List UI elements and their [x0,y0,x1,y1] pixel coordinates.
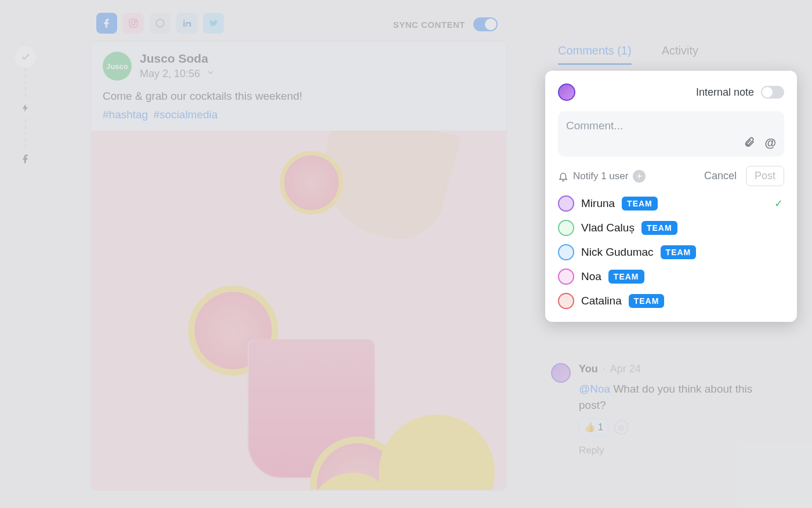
toggle-on-icon [473,17,498,31]
check-icon: ✓ [774,197,783,210]
team-badge: TEAM [608,270,644,284]
channel-twitter[interactable] [203,13,224,34]
post-image[interactable] [91,130,506,490]
post-preview-card: Jusco Jusco Soda May 2, 10:56 Come & gra… [90,41,507,491]
current-user-avatar [558,84,575,101]
sidebar-tabs: Comments (1) Activity [558,44,698,65]
tab-activity[interactable]: Activity [662,44,698,65]
hashtag: #socialmedia [153,108,217,121]
step-approve[interactable] [14,45,37,68]
facebook-icon [102,18,112,28]
comment-avatar [551,363,571,383]
user-name: Nick Gudumac [581,246,654,259]
instagram-icon [128,18,139,28]
notify-label: Notify 1 user [573,170,628,182]
reaction-count: 1 [598,422,603,433]
channel-linkedin[interactable] [176,13,197,34]
step-rail [13,45,38,170]
reply-button[interactable]: Reply [579,445,771,456]
post-button[interactable]: Post [746,166,784,186]
bolt-icon [21,103,30,113]
reaction-emoji: 👍 [584,422,596,433]
user-avatar [558,195,574,212]
step-connector [25,68,26,96]
post-date: May 2, 10:56 [140,68,200,80]
mention[interactable]: @Noa [579,383,610,395]
team-badge: TEAM [622,197,658,211]
team-badge: TEAM [661,245,697,259]
cancel-button[interactable]: Cancel [704,170,737,182]
svg-point-2 [135,20,136,21]
svg-point-3 [156,19,164,27]
channel-instagram[interactable] [123,13,144,34]
author-name: Jusco Soda [140,52,215,66]
chevron-down-icon [206,68,215,80]
channel-selector [96,13,224,34]
post-date-selector[interactable]: May 2, 10:56 [140,68,215,80]
svg-point-1 [132,21,135,25]
comment-sep: · [603,363,606,375]
check-icon [20,52,31,62]
user-row[interactable]: Nick Gudumac TEAM [558,244,784,260]
add-user-button[interactable]: + [633,170,646,183]
author-avatar: Jusco [103,52,132,81]
svg-rect-4 [183,22,185,27]
user-name: Catalina [581,295,622,307]
comment-placeholder: Comment... [566,119,776,132]
comment-author: You [579,363,598,375]
sync-content-toggle[interactable]: SYNC CONTENT [393,17,498,31]
user-avatar [558,244,574,260]
user-row[interactable]: Miruna TEAM ✓ [558,195,784,212]
hashtag: #hashtag [103,108,148,121]
user-row[interactable]: Noa TEAM [558,268,784,285]
user-name: Vlad Caluș [581,222,635,234]
linkedin-icon [182,19,191,28]
step-boost[interactable] [14,96,37,119]
toggle-off-icon [761,86,784,99]
step-connector [25,119,26,147]
channel-google[interactable] [150,13,171,34]
user-avatar [558,220,574,236]
post-caption[interactable]: Come & grab our cocktails this weekend! [91,84,506,103]
svg-point-5 [183,20,185,21]
team-badge: TEAM [641,221,677,235]
comment-date: Apr 24 [610,363,641,375]
user-row[interactable]: Vlad Caluș TEAM [558,220,784,236]
google-icon [155,18,165,28]
post-header: Jusco Jusco Soda May 2, 10:56 [91,41,506,84]
comment-input[interactable]: Comment... @ [558,111,784,157]
attach-icon[interactable] [744,136,755,151]
facebook-icon [20,154,31,164]
reaction-pill[interactable]: 👍 1 [579,419,608,436]
comment-text: @Noa What do you think about this post? [579,381,771,413]
user-name: Miruna [581,197,615,210]
sync-label: SYNC CONTENT [393,20,465,30]
user-name: Noa [581,270,601,283]
comment-composer: Internal note Comment... @ Notify 1 user… [545,71,797,322]
post-hashtags[interactable]: #hashtag #socialmedia [91,103,506,130]
internal-note-label: Internal note [696,86,754,99]
tab-comments[interactable]: Comments (1) [558,44,632,65]
user-avatar [558,293,574,309]
comment-thread-item: You · Apr 24 @Noa What do you think abou… [551,363,771,456]
internal-note-toggle[interactable]: Internal note [696,86,784,99]
add-reaction-button[interactable]: ☺ [614,420,628,434]
notify-users[interactable]: Notify 1 user + [558,170,646,183]
twitter-icon [208,18,219,28]
bell-icon [558,171,568,182]
step-facebook[interactable] [14,147,37,170]
user-row[interactable]: Catalina TEAM [558,293,784,309]
mention-icon[interactable]: @ [764,136,776,151]
user-avatar [558,268,574,285]
channel-facebook[interactable] [96,13,117,34]
notify-user-list: Miruna TEAM ✓ Vlad Caluș TEAM Nick Gudum… [558,195,784,309]
team-badge: TEAM [629,294,665,308]
